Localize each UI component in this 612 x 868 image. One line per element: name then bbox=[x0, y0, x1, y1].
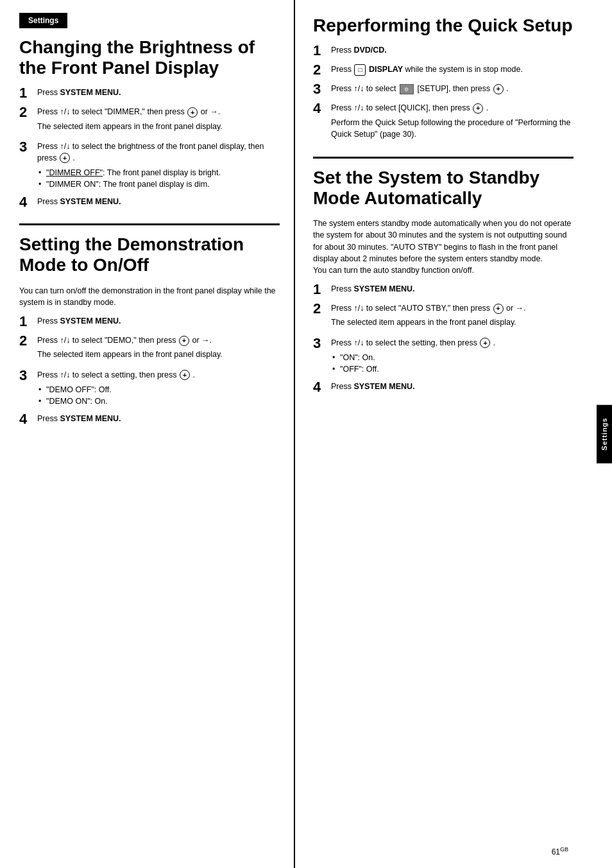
section-quick-setup: Reperforming the Quick Setup 1 Press DVD… bbox=[313, 15, 574, 143]
circle-plus-icon: + bbox=[187, 107, 198, 117]
step-content: Press SYSTEM MENU. bbox=[37, 413, 280, 425]
step-bold: SYSTEM MENU. bbox=[60, 197, 121, 206]
step-item: 1 Press SYSTEM MENU. bbox=[313, 284, 574, 297]
step-content: Press DVD/CD. bbox=[331, 45, 574, 56]
left-column: Settings Changing the Brightness of the … bbox=[0, 0, 295, 868]
step-number: 2 bbox=[313, 63, 331, 77]
section-standby-mode: Set the System to Standby Mode Automatic… bbox=[313, 168, 574, 394]
step-number: 4 bbox=[313, 101, 331, 116]
step-content: Press SYSTEM MENU. bbox=[37, 87, 280, 99]
step-content: Press ↑/↓ to select the setting, then pr… bbox=[331, 338, 574, 376]
standby-steps: 1 Press SYSTEM MENU. 2 Press ↑/↓ to sele… bbox=[313, 284, 574, 394]
step-bold: DISPLAY bbox=[369, 65, 403, 74]
step-number: 3 bbox=[313, 336, 331, 351]
step-content: Press SYSTEM MENU. bbox=[331, 381, 574, 393]
step-content: Press ↑/↓ to select a setting, then pres… bbox=[37, 370, 280, 408]
section2-title: Setting the Demonstration Mode to On/Off bbox=[19, 234, 280, 275]
bullet-item: "ON": On. bbox=[331, 352, 574, 363]
section-demo-mode: Setting the Demonstration Mode to On/Off… bbox=[19, 234, 280, 426]
step-bold: SYSTEM MENU. bbox=[60, 317, 121, 326]
section1-title: Changing the Brightness of the Front Pan… bbox=[19, 37, 280, 78]
circle-plus-icon: + bbox=[493, 84, 504, 94]
section2-intro: You can turn on/off the demonstration in… bbox=[19, 285, 280, 308]
bullet-item: "DIMMER ON": The front panel display is … bbox=[37, 178, 280, 190]
step-sub-text: The selected item appears in the front p… bbox=[37, 121, 280, 132]
step-number: 1 bbox=[19, 86, 37, 100]
step-number: 3 bbox=[19, 369, 37, 383]
section1-steps: 1 Press SYSTEM MENU. 2 Press ↑/↓ to sele… bbox=[19, 87, 280, 209]
step-content: Press ↑/↓ to select "DEMO," then press +… bbox=[37, 335, 280, 363]
step-item: 4 Press SYSTEM MENU. bbox=[19, 413, 280, 426]
step-bold: DVD/CD. bbox=[353, 46, 386, 55]
step-number: 2 bbox=[19, 334, 37, 348]
step-content: Press SYSTEM MENU. bbox=[37, 196, 280, 208]
section-divider bbox=[313, 157, 574, 159]
vertical-settings-tab: Settings bbox=[597, 404, 612, 463]
circle-plus-icon: + bbox=[60, 153, 70, 163]
setup-icon: ⚙ bbox=[400, 84, 414, 94]
main-content: Settings Changing the Brightness of the … bbox=[0, 0, 612, 868]
step-content: Press ↑/↓ to select the brightness of th… bbox=[37, 141, 280, 190]
section-divider bbox=[19, 223, 280, 225]
step-content: Press □ DISPLAY while the system is in s… bbox=[331, 64, 574, 76]
circle-plus-icon: + bbox=[493, 304, 504, 314]
step-bold: SYSTEM MENU. bbox=[60, 88, 121, 97]
step-number: 4 bbox=[19, 195, 37, 209]
step-sub-text: The selected item appears in the front p… bbox=[331, 317, 574, 328]
bullet-list: "ON": On. "OFF": Off. bbox=[331, 352, 574, 375]
step-number: 2 bbox=[19, 105, 37, 119]
page-number-suffix: GB bbox=[560, 846, 568, 853]
step-sub-text: Perform the Quick Setup following the pr… bbox=[331, 117, 574, 140]
step-item: 3 Press ↑/↓ to select the setting, then … bbox=[313, 338, 574, 376]
step-item: 2 Press ↑/↓ to select "DEMO," then press… bbox=[19, 335, 280, 363]
step-content: Press ↑/↓ to select "DIMMER," then press… bbox=[37, 107, 280, 135]
bullet-list: "DEMO OFF": Off. "DEMO ON": On. bbox=[37, 384, 280, 407]
step-content: Press ↑/↓ to select [QUICK], then press … bbox=[331, 103, 574, 143]
bullet-item: "DIMMER OFF": The front panel display is… bbox=[37, 167, 280, 178]
step-number: 3 bbox=[313, 82, 331, 96]
display-button-icon: □ bbox=[354, 64, 366, 76]
quick-setup-steps: 1 Press DVD/CD. 2 Press □ DISPLAY while … bbox=[313, 45, 574, 143]
step-item: 1 Press DVD/CD. bbox=[313, 45, 574, 58]
step-item: 2 Press ↑/↓ to select "AUTO STBY," then … bbox=[313, 303, 574, 331]
step-number: 3 bbox=[19, 140, 37, 154]
step-content: Press SYSTEM MENU. bbox=[331, 284, 574, 295]
step-bold: SYSTEM MENU. bbox=[353, 382, 414, 391]
step-content: Press ↑/↓ to select ⚙ [SETUP], then pres… bbox=[331, 83, 574, 95]
circle-plus-icon: + bbox=[480, 338, 490, 348]
page-container: Settings Changing the Brightness of the … bbox=[0, 0, 612, 868]
step-item: 4 Press ↑/↓ to select [QUICK], then pres… bbox=[313, 103, 574, 143]
step-content: Press ↑/↓ to select "AUTO STBY," then pr… bbox=[331, 303, 574, 331]
step-item: 1 Press SYSTEM MENU. bbox=[19, 316, 280, 329]
step-bold: SYSTEM MENU. bbox=[353, 284, 414, 293]
step-item: 2 Press ↑/↓ to select "DIMMER," then pre… bbox=[19, 107, 280, 135]
step-item: 4 Press SYSTEM MENU. bbox=[19, 196, 280, 209]
step-number: 1 bbox=[313, 282, 331, 297]
underline-text: "DIMMER OFF" bbox=[46, 168, 103, 177]
step-number: 1 bbox=[313, 44, 331, 58]
section-changing-brightness: Changing the Brightness of the Front Pan… bbox=[19, 37, 280, 209]
standby-mode-title: Set the System to Standby Mode Automatic… bbox=[313, 168, 574, 209]
circle-plus-icon: + bbox=[179, 336, 189, 346]
step-item: 3 Press ↑/↓ to select the brightness of … bbox=[19, 141, 280, 190]
step-item: 3 Press ↑/↓ to select a setting, then pr… bbox=[19, 370, 280, 408]
quick-setup-title: Reperforming the Quick Setup bbox=[313, 15, 574, 36]
page-number: 61GB bbox=[552, 846, 568, 856]
right-column: Reperforming the Quick Setup 1 Press DVD… bbox=[295, 0, 612, 868]
step-number: 4 bbox=[19, 412, 37, 426]
section2-steps: 1 Press SYSTEM MENU. 2 Press ↑/↓ to sele… bbox=[19, 316, 280, 426]
bullet-list: "DIMMER OFF": The front panel display is… bbox=[37, 167, 280, 190]
step-content: Press SYSTEM MENU. bbox=[37, 316, 280, 327]
step-item: 3 Press ↑/↓ to select ⚙ [SETUP], then pr… bbox=[313, 83, 574, 96]
step-sub-text: The selected item appears in the front p… bbox=[37, 349, 280, 360]
step-number: 4 bbox=[313, 380, 331, 394]
step-item: 2 Press □ DISPLAY while the system is in… bbox=[313, 64, 574, 77]
step-number: 2 bbox=[313, 302, 331, 316]
step-bold: SYSTEM MENU. bbox=[60, 414, 121, 423]
circle-plus-icon: + bbox=[180, 370, 190, 380]
bullet-item: "DEMO OFF": Off. bbox=[37, 384, 280, 395]
circle-plus-icon: + bbox=[473, 103, 483, 114]
step-item: 1 Press SYSTEM MENU. bbox=[19, 87, 280, 100]
bullet-item: "DEMO ON": On. bbox=[37, 395, 280, 407]
standby-mode-intro: The system enters standby mode automatic… bbox=[313, 218, 574, 276]
